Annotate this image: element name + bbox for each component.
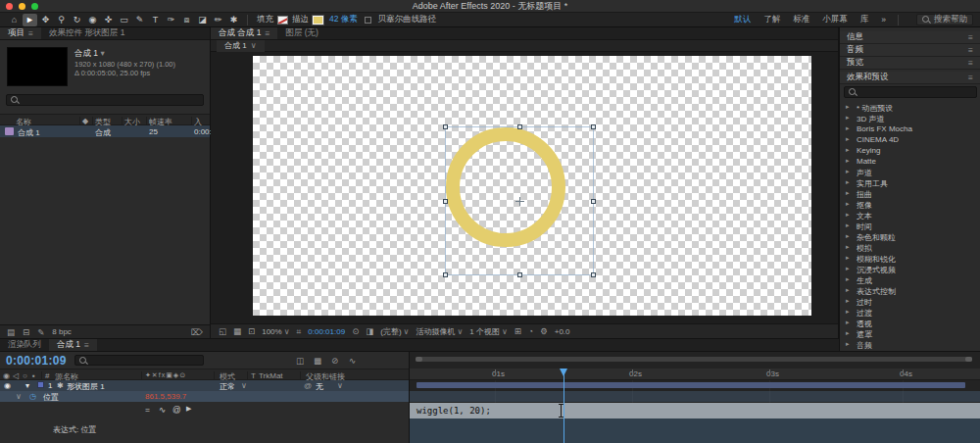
tab-composition[interactable]: 合成 合成 1 ≡ <box>211 27 277 39</box>
panel-menu-icon[interactable]: ≡ <box>28 28 33 38</box>
effects-category[interactable]: ▸杂色和颗粒 <box>840 231 980 242</box>
new-composition-icon[interactable]: ✎ <box>37 327 44 337</box>
grid-guides-icon[interactable]: ⌗ <box>297 326 302 337</box>
expression-editor-area[interactable] <box>410 418 980 443</box>
camera-pan-tool-icon[interactable]: ◉ <box>85 14 100 26</box>
orbit-camera-tool-icon[interactable]: ↻ <box>70 14 84 26</box>
layer-duration-bar[interactable] <box>416 382 965 388</box>
effects-category[interactable]: ▸声道 <box>840 167 980 177</box>
twirl-right-icon[interactable]: ▸ <box>846 168 850 175</box>
timeline-search-input[interactable] <box>74 355 204 366</box>
chevron-down-icon[interactable]: ∨ <box>16 392 22 401</box>
eye-icon[interactable]: ◉ <box>3 371 10 380</box>
shy-layers-icon[interactable]: ◫ <box>296 356 304 366</box>
parent-pickwhip-icon[interactable]: @ <box>304 381 312 390</box>
selection-handle[interactable] <box>443 272 448 277</box>
workspace-libraries[interactable]: 库 <box>860 14 869 25</box>
layer-row-shape-layer-1[interactable]: ◉ ▾ 1 ✱ 形状图层 1 正常 ∨ @ 无 ∨ <box>0 380 409 391</box>
transparency-grid-icon[interactable]: ▦ <box>233 326 241 336</box>
expression-language-menu-icon[interactable]: ▶ <box>186 405 191 413</box>
effects-category[interactable]: ▸表达式控制 <box>840 285 980 296</box>
shape-tool-icon[interactable]: ▭ <box>117 14 131 26</box>
exposure-value[interactable]: +0.0 <box>555 327 570 336</box>
resolution-dropdown[interactable]: (完整) ∨ <box>380 326 409 337</box>
property-name[interactable]: 位置 <box>43 392 59 403</box>
twirl-right-icon[interactable]: ▸ <box>846 286 850 294</box>
effects-category[interactable]: ▸模糊和锐化 <box>840 253 980 264</box>
gear-icon[interactable]: ⚙ <box>540 326 548 336</box>
expression-input[interactable]: wiggle(1, 20); <box>410 403 980 418</box>
workspace-standard[interactable]: 标准 <box>793 14 809 25</box>
effects-category[interactable]: ▸Boris FX Mocha <box>840 123 980 134</box>
view-layout-dropdown[interactable]: 1 个视图 ∨ <box>469 326 508 337</box>
roto-brush-tool-icon[interactable]: ✏ <box>211 14 225 26</box>
twirl-right-icon[interactable]: ▸ <box>846 189 850 197</box>
effects-category[interactable]: ▸文本 <box>840 210 980 221</box>
workspace-default[interactable]: 默认 <box>734 14 751 25</box>
work-area-bar[interactable] <box>416 357 972 362</box>
effects-category[interactable]: ▸时间 <box>840 221 980 231</box>
viewer-tab-comp1[interactable]: 合成 1 ∨ <box>217 40 265 52</box>
twirl-right-icon[interactable]: ▸ <box>846 319 850 326</box>
stroke-color-swatch[interactable] <box>313 16 323 25</box>
effects-category[interactable]: ▸沉浸式视频 <box>840 264 980 274</box>
zoom-tool-icon[interactable]: ⚲ <box>54 14 69 26</box>
pan-behind-tool-icon[interactable]: ✜ <box>101 14 116 26</box>
expression-graph-icon[interactable]: ∿ <box>159 405 166 415</box>
workspace-small-screen[interactable]: 小屏幕 <box>822 14 848 25</box>
zoom-dropdown[interactable]: 100% ∨ <box>262 327 289 336</box>
selection-handle[interactable] <box>591 199 596 204</box>
effects-category[interactable]: ▸Keying <box>840 145 980 156</box>
tab-layer[interactable]: 图层 (无) <box>277 27 326 39</box>
effects-category[interactable]: ▸实用工具 <box>840 177 980 188</box>
layer-label-color-chip[interactable] <box>37 381 44 388</box>
twirl-right-icon[interactable]: ▸ <box>846 124 850 132</box>
tab-effect-controls[interactable]: 效果控件 形状图层 1 <box>41 27 132 39</box>
eye-icon[interactable]: ◉ <box>4 381 11 390</box>
tw irl-right-icon[interactable]: ▸ <box>846 211 850 219</box>
panel-header-effects-presets[interactable]: 效果和预设 ≡ <box>840 72 980 84</box>
workspace-learn[interactable]: 了解 <box>763 14 780 25</box>
effects-category-animation-presets[interactable]: ▸* 动画预设 <box>840 102 980 113</box>
show-channels-icon[interactable]: ◨ <box>366 326 373 336</box>
puppet-pin-tool-icon[interactable]: ✱ <box>226 14 241 26</box>
fill-label[interactable]: 填充 <box>257 14 273 25</box>
panel-menu-icon[interactable]: ≡ <box>968 58 973 68</box>
project-comp-title[interactable]: 合成 1 ▾ <box>74 48 105 60</box>
selection-handle[interactable] <box>443 199 448 204</box>
panel-header-preview[interactable]: 预览 ≡ <box>840 57 980 70</box>
column-trkmat[interactable]: TrkMat <box>259 371 283 380</box>
twirl-down-icon[interactable]: ▾ <box>25 381 29 390</box>
twirl-right-icon[interactable]: ▸ <box>846 200 850 208</box>
pen-tool-icon[interactable]: ✎ <box>132 14 147 26</box>
panel-menu-icon[interactable]: ≡ <box>968 45 973 55</box>
panel-menu-icon[interactable]: ≡ <box>968 32 973 42</box>
effects-category[interactable]: ▸生成 <box>840 274 980 285</box>
expression-text[interactable]: wiggle(1, 20); <box>416 406 491 416</box>
effects-category[interactable]: ▸遮罩 <box>840 328 980 339</box>
tab-render-queue[interactable]: 渲染队列 <box>0 339 49 351</box>
project-bit-depth[interactable]: 8 bpc <box>52 327 72 336</box>
effects-category[interactable]: ▸Matte <box>840 156 980 167</box>
twirl-right-icon[interactable]: ▸ <box>846 340 850 348</box>
camera-view-dropdown[interactable]: 活动摄像机 ∨ <box>416 326 463 337</box>
playhead-handle[interactable] <box>560 369 567 376</box>
effects-category[interactable]: ▸音频 <box>840 339 980 350</box>
twirl-right-icon[interactable]: ▸ <box>846 265 850 272</box>
effects-category[interactable]: ▸抠像 <box>840 199 980 210</box>
clone-stamp-tool-icon[interactable]: ⧈ <box>179 14 194 26</box>
solo-icon[interactable]: ○ <box>23 371 27 380</box>
twirl-right-icon[interactable]: ▸ <box>846 178 850 186</box>
twirl-right-icon[interactable]: ▸ <box>846 222 850 229</box>
twirl-right-icon[interactable]: ▸ <box>846 114 850 122</box>
selection-handle[interactable] <box>517 272 522 277</box>
twirl-right-icon[interactable]: ▸ <box>846 103 850 111</box>
bezier-path-checkbox[interactable] <box>365 17 371 24</box>
selection-handle[interactable] <box>517 124 522 129</box>
column-t[interactable]: T <box>251 371 256 380</box>
panel-header-info[interactable]: 信息 ≡ <box>840 31 980 44</box>
selection-handle[interactable] <box>591 124 596 129</box>
effects-category[interactable]: ▸透视 <box>840 318 980 328</box>
twirl-right-icon[interactable]: ▸ <box>846 146 850 154</box>
hand-tool-icon[interactable]: ✥ <box>38 14 53 26</box>
